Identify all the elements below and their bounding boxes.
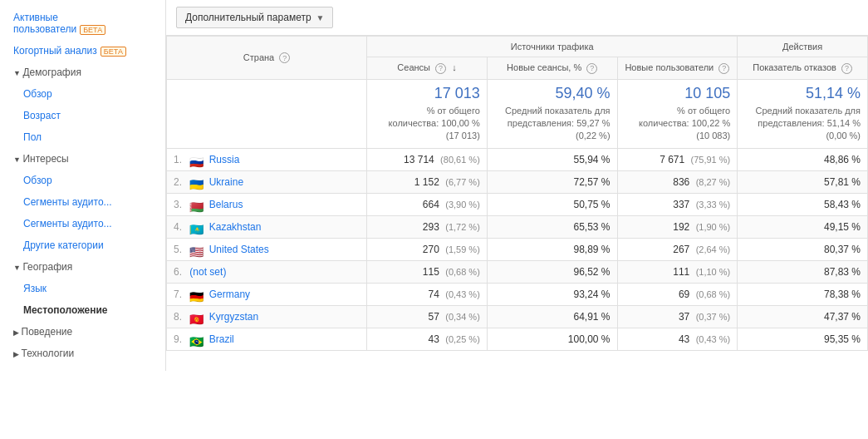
sessions-cell: 270 (1,59 %) <box>367 238 488 260</box>
new-sessions-value: 98,89 % <box>574 244 611 255</box>
sidebar: Активные пользователиБЕТА Когортный анал… <box>0 0 166 371</box>
new-sessions-value: 65,53 % <box>574 221 611 233</box>
row-number: 6. <box>174 266 182 278</box>
sessions-pct: (0,34 %) <box>445 312 480 322</box>
secondary-param-button[interactable]: Дополнительный параметр ▼ <box>176 7 333 28</box>
new-sessions-value: 50,75 % <box>574 199 611 210</box>
row-number: 1. <box>174 154 182 165</box>
sessions-value: 270 <box>423 244 439 255</box>
country-cell: 6. (not set) <box>167 260 367 283</box>
table-row: 3. 🇧🇾 Belarus 664 (3,90 %) 50,75 % 337 (… <box>167 193 868 215</box>
sessions-cell: 43 (0,25 %) <box>367 328 488 350</box>
sessions-sort-icon[interactable]: ↓ <box>452 62 457 72</box>
new-sessions-value: 64,91 % <box>574 311 611 323</box>
bounce-help-icon[interactable]: ? <box>841 63 852 74</box>
sidebar-item-active-users[interactable]: Активные пользователиБЕТА <box>0 7 165 40</box>
col-header-country: Страна ? <box>167 37 367 80</box>
new-users-cell: 267 (2,64 %) <box>617 238 738 260</box>
table-row: 5. 🇺🇸 United States 270 (1,59 %) 98,89 %… <box>167 238 868 260</box>
sidebar-section-geography[interactable]: География <box>0 256 165 278</box>
top-bar: Дополнительный параметр ▼ <box>166 0 868 36</box>
main-content: Дополнительный параметр ▼ Страна ? Источ… <box>166 0 868 371</box>
country-help-icon[interactable]: ? <box>279 52 290 63</box>
sessions-cell: 664 (3,90 %) <box>367 193 488 215</box>
country-link[interactable]: Brazil <box>209 333 234 345</box>
new-users-value: 7 671 <box>660 154 684 165</box>
sidebar-item-language[interactable]: Язык <box>0 278 165 299</box>
sessions-value: 1 152 <box>414 176 439 188</box>
sidebar-item-segments1[interactable]: Сегменты аудито... <box>0 191 165 213</box>
sidebar-item-gender[interactable]: Пол <box>0 126 165 148</box>
new-users-pct: (1,90 %) <box>696 222 731 232</box>
country-link[interactable]: Kazakhstan <box>209 221 262 233</box>
summary-country-cell <box>167 79 367 148</box>
flag-icon: 🇰🇬 <box>189 313 203 322</box>
sessions-pct: (6,77 %) <box>445 177 480 187</box>
sessions-pct: (1,72 %) <box>445 222 480 232</box>
country-cell: 2. 🇺🇦 Ukraine <box>167 170 367 193</box>
flag-icon: 🇧🇷 <box>189 335 203 344</box>
sessions-value: 664 <box>423 199 439 210</box>
sidebar-item-other-categories[interactable]: Другие категории <box>0 234 165 256</box>
country-cell: 1. 🇷🇺 Russia <box>167 148 367 170</box>
sidebar-section-interests[interactable]: Интересы <box>0 148 165 170</box>
new-users-cell: 836 (8,27 %) <box>617 170 738 193</box>
sidebar-section-demographics[interactable]: Демография <box>0 62 165 83</box>
bounce-cell: 57,81 % <box>738 170 868 193</box>
new-sessions-value: 72,57 % <box>574 176 611 188</box>
bounce-cell: 80,37 % <box>738 238 868 260</box>
new-sessions-help-icon[interactable]: ? <box>586 63 597 74</box>
new-sessions-value: 100,00 % <box>568 333 611 345</box>
new-sessions-cell: 55,94 % <box>487 148 617 170</box>
flag-icon: 🇧🇾 <box>189 200 203 210</box>
country-link[interactable]: United States <box>209 244 269 255</box>
sessions-cell: 13 714 (80,61 %) <box>367 148 488 170</box>
sidebar-item-location[interactable]: Местоположение <box>0 299 165 321</box>
bounce-value: 95,35 % <box>824 333 861 345</box>
bounce-cell: 95,35 % <box>738 328 868 350</box>
new-sessions-cell: 98,89 % <box>487 238 617 260</box>
new-users-help-icon[interactable]: ? <box>718 63 729 74</box>
flag-icon: 🇺🇦 <box>189 178 203 187</box>
sidebar-item-cohort[interactable]: Когортный анализБЕТА <box>0 40 165 62</box>
flag-icon: 🇩🇪 <box>189 290 203 299</box>
new-users-pct: (0,43 %) <box>696 334 731 344</box>
row-number: 3. <box>174 199 182 210</box>
table-row: 6. (not set) 115 (0,68 %) 96,52 % 111 (1… <box>167 260 868 283</box>
sessions-pct: (1,59 %) <box>445 244 480 254</box>
new-users-cell: 69 (0,68 %) <box>617 283 738 305</box>
sidebar-section-technology[interactable]: Технологии <box>0 343 165 364</box>
table-row: 7. 🇩🇪 Germany 74 (0,43 %) 93,24 % 69 (0,… <box>167 283 868 305</box>
country-link[interactable]: Kyrgyzstan <box>209 311 258 323</box>
country-cell: 5. 🇺🇸 United States <box>167 238 367 260</box>
country-link[interactable]: Russia <box>209 154 240 165</box>
sessions-cell: 57 (0,34 %) <box>367 305 488 328</box>
summary-bounce: 51,14 % Средний показатель для представл… <box>738 79 868 148</box>
flag-icon: 🇷🇺 <box>189 155 203 165</box>
sidebar-item-age[interactable]: Возраст <box>0 105 165 126</box>
sessions-pct: (0,43 %) <box>445 289 480 299</box>
new-sessions-cell: 100,00 % <box>487 328 617 350</box>
new-sessions-cell: 93,24 % <box>487 283 617 305</box>
sidebar-item-overview-demo[interactable]: Обзор <box>0 83 165 105</box>
row-number: 2. <box>174 176 182 188</box>
sidebar-section-behavior[interactable]: Поведение <box>0 321 165 343</box>
sessions-pct: (0,68 %) <box>445 267 480 277</box>
summary-sessions: 17 013 % от общего количества: 100,00 % … <box>367 79 488 148</box>
table-row: 2. 🇺🇦 Ukraine 1 152 (6,77 %) 72,57 % 836… <box>167 170 868 193</box>
country-link[interactable]: (not set) <box>189 266 226 278</box>
country-link[interactable]: Ukraine <box>209 176 243 188</box>
sessions-help-icon[interactable]: ? <box>435 63 446 74</box>
row-number: 5. <box>174 244 182 255</box>
country-link[interactable]: Germany <box>209 289 250 300</box>
new-users-value: 192 <box>673 221 689 233</box>
sidebar-item-segments2[interactable]: Сегменты аудито... <box>0 213 165 234</box>
new-users-cell: 192 (1,90 %) <box>617 215 738 238</box>
country-cell: 9. 🇧🇷 Brazil <box>167 328 367 350</box>
new-users-value: 267 <box>673 244 689 255</box>
new-users-pct: (0,37 %) <box>696 312 731 322</box>
country-link[interactable]: Belarus <box>209 199 243 210</box>
col-header-new-users: Новые пользователи ? <box>617 57 738 80</box>
sidebar-item-overview-interests[interactable]: Обзор <box>0 170 165 191</box>
bounce-cell: 48,86 % <box>738 148 868 170</box>
